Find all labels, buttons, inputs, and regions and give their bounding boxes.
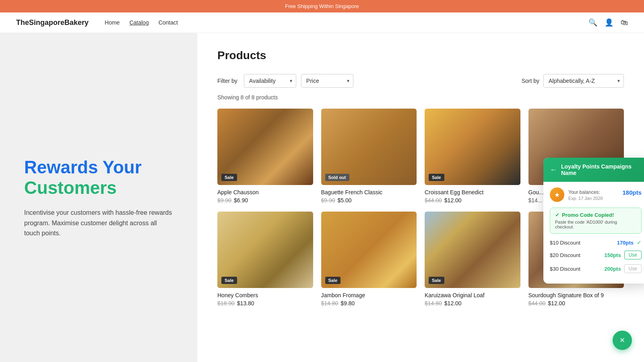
discount-row-30: $30 Discount 200pts Use [550,264,642,273]
product-name: Honey Combers [217,292,313,298]
product-price: $18.90$13.80 [217,300,313,306]
balance-expiry: Exp. 17 Jan 2020 [568,196,642,201]
original-price: $44.00 [528,300,546,306]
header: TheSingaporeBakery Home Catalog Contact … [0,12,644,33]
left-sidebar: Rewards Your Customers Incentivise your … [0,33,197,362]
product-badge: Sale [221,174,237,181]
filter-sort-bar: Filter by Availability In Stock Sold Out… [217,74,624,88]
balance-info: Your balances: 180pts Exp. 17 Jan 2020 [568,189,642,201]
product-card[interactable]: SaleHoney Combers$18.90$13.80 [217,212,313,306]
promo-copied-title-text: Promo Code Copied! [562,212,614,218]
promo-copied-title: ✓ Promo Code Copied! [555,212,636,218]
loyalty-widget: ← Loyalty Points Campaigns Name ★ Your b… [543,158,644,284]
discount-20-label: $20 Discount [550,252,580,258]
product-price: $14.80$9.80 [321,300,417,306]
product-name: Apple Chausson [217,189,313,195]
sort-group: Sort by Alphabetically, A-Z Alphabetical… [522,74,624,88]
filter-group: Filter by Availability In Stock Sold Out… [217,74,353,88]
discount-30-use-button[interactable]: Use [624,264,642,273]
product-image-wrap: Sale [321,212,417,288]
regular-price: $14... [528,197,543,204]
availability-select-wrapper: Availability In Stock Sold Out [244,74,296,88]
discount-30-right: 200pts Use [604,264,642,273]
discount-20-use-button[interactable]: Use [624,251,642,259]
discount-10-pts: 170pts [617,240,634,246]
chat-close-button[interactable]: × [613,331,632,350]
sidebar-content: Rewards Your Customers Incentivise your … [24,157,173,239]
original-price: $44.00 [425,197,442,204]
product-image-wrap: Sale [425,212,520,288]
discount-30-label: $30 Discount [550,266,580,272]
original-price: $9.90 [217,197,231,204]
product-name: Croissant Egg Benedict [425,189,520,195]
product-price: $14.80$12.00 [425,300,520,306]
header-left: TheSingaporeBakery Home Catalog Contact [16,19,178,27]
balance-row: ★ Your balances: 180pts Exp. 17 Jan 2020 [550,187,642,202]
sale-price: $9.80 [341,300,355,306]
announcement-bar: Free Shipping Within Singapore [0,0,644,12]
promo-copied-banner: ✓ Promo Code Copied! Paste the code 'AD1… [550,208,642,234]
header-icons: 🔍 👤 🛍 [588,18,628,27]
price-select[interactable]: Price Low to High High to Low [301,74,353,88]
nav-contact[interactable]: Contact [159,19,178,26]
product-card[interactable]: SaleApple Chausson$9.90$6.90 [217,109,313,204]
product-image-wrap: Sale [217,109,313,185]
product-price: $44.00$12.00 [528,300,624,306]
product-price: $9.90$5.00 [321,197,417,204]
filter-label: Filter by [217,78,237,84]
product-card[interactable]: SaleJambon Fromage$14.80$9.80 [321,212,417,306]
check-circle-icon: ✓ [555,212,559,218]
product-image-wrap: Sale [217,212,313,288]
product-name: Jambon Fromage [321,292,417,298]
sort-select[interactable]: Alphabetically, A-Z Alphabetically, Z-A … [543,74,624,88]
right-content: Products Filter by Availability In Stock… [197,33,644,362]
logo[interactable]: TheSingaporeBakery [16,19,89,27]
loyalty-back-button[interactable]: ← [550,166,557,174]
product-badge: Sale [429,277,444,284]
balance-icon: ★ [550,187,564,202]
discount-10-label: $10 Discount [550,240,580,246]
close-icon: × [620,335,625,346]
search-icon[interactable]: 🔍 [588,18,597,27]
product-image-wrap: Sold out [321,109,417,185]
balance-points: 180pts [622,189,642,196]
loyalty-header: ← Loyalty Points Campaigns Name [543,158,644,182]
product-image-wrap: Sale [425,109,520,185]
sidebar-title-line2: Customers [24,178,117,197]
sale-price: $13.80 [237,300,254,306]
product-card[interactable]: SaleCroissant Egg Benedict$44.00$12.00 [425,109,520,204]
original-price: $9.90 [321,197,335,204]
original-price: $14.80 [321,300,339,306]
product-card[interactable]: SaleKaruizawa Original Loaf$14.80$12.00 [425,212,520,306]
product-card[interactable]: Sold outBaguette French Classic$9.90$5.0… [321,109,417,204]
main-layout: Rewards Your Customers Incentivise your … [0,33,644,362]
sale-price: $12.00 [444,300,462,306]
discount-row-20: $20 Discount 150pts Use [550,251,642,259]
cart-icon[interactable]: 🛍 [621,19,628,27]
announcement-text: Free Shipping Within Singapore [285,3,359,9]
main-nav: Home Catalog Contact [105,19,178,26]
price-select-wrapper: Price Low to High High to Low [301,74,353,88]
nav-home[interactable]: Home [105,19,120,26]
original-price: $14.80 [425,300,442,306]
sidebar-title-line1: Rewards Your [24,157,142,177]
account-icon[interactable]: 👤 [605,18,613,27]
promo-copied-desc: Paste the code 'AD1000' during checkout. [555,220,636,229]
discount-20-pts: 150pts [604,252,621,258]
page-title: Products [217,49,624,62]
product-badge: Sold out [325,174,349,181]
product-price: $44.00$12.00 [425,197,520,204]
original-price: $18.90 [217,300,235,306]
product-name: Baguette French Classic [321,189,417,195]
availability-select[interactable]: Availability In Stock Sold Out [244,74,296,88]
nav-catalog[interactable]: Catalog [129,19,149,26]
loyalty-title: Loyalty Points Campaigns Name [561,163,642,176]
sale-price: $5.00 [338,197,352,204]
sale-price: $6.90 [234,197,248,204]
product-name: Sourdough Signature Box of 9 [528,292,624,298]
discount-20-right: 150pts Use [604,251,642,259]
discount-10-right: 170pts ✓ [617,239,642,246]
sort-select-wrapper: Alphabetically, A-Z Alphabetically, Z-A … [543,74,624,88]
loyalty-body: ★ Your balances: 180pts Exp. 17 Jan 2020… [543,182,644,284]
product-price: $9.90$6.90 [217,197,313,204]
